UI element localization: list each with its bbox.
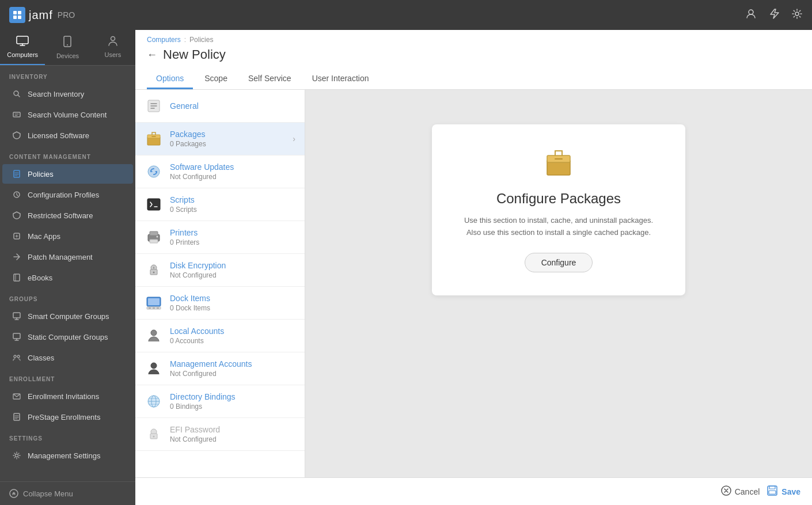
printers-icon (145, 228, 163, 246)
svg-rect-39 (149, 307, 151, 309)
sidebar-tab-computers[interactable]: Computers (0, 30, 45, 65)
save-icon (767, 485, 778, 498)
policy-item-text: General (170, 101, 295, 111)
policy-item-subtitle: 0 Packages (170, 140, 286, 148)
save-button[interactable]: Save (767, 485, 800, 498)
svg-rect-28 (147, 199, 160, 210)
policy-item-text: Directory Bindings 0 Bindings (170, 392, 295, 411)
policy-item-packages[interactable]: Packages 0 Packages › (135, 123, 305, 155)
svg-rect-30 (150, 231, 158, 236)
policy-item-subtitle: 0 Dock Items (170, 304, 295, 312)
policy-item-management-accounts[interactable]: Management Accounts Not Configured (135, 352, 305, 385)
patch-management-icon (12, 252, 22, 262)
logo: jamf PRO (9, 7, 75, 23)
policies-icon (12, 169, 22, 179)
policy-item-subtitle: 0 Bindings (170, 403, 295, 411)
sidebar-item-management-settings[interactable]: Management Settings (2, 446, 133, 465)
policy-item-local-accounts[interactable]: Local Accounts 0 Accounts (135, 320, 305, 352)
collapse-menu[interactable]: Collapse Menu (0, 481, 135, 505)
local-accounts-icon (145, 326, 163, 345)
configure-card-desc: Use this section to install, cache, and … (461, 215, 657, 239)
svg-rect-2 (13, 16, 17, 19)
mac-apps-icon (12, 231, 22, 241)
configure-card-icon (461, 147, 657, 184)
sidebar-item-policies[interactable]: Policies (2, 164, 133, 184)
topbar-right (745, 8, 803, 22)
bottom-bar: Cancel Save (135, 477, 812, 505)
sidebar-item-prestage-enrollments[interactable]: PreStage Enrollments (2, 407, 133, 427)
sidebar-item-search-inventory[interactable]: Search Inventory (2, 84, 133, 104)
sidebar-item-smart-computer-groups[interactable]: Smart Computer Groups (2, 306, 133, 326)
tabs-row: Options Scope Self Service User Interact… (147, 69, 800, 89)
sidebar-tab-devices[interactable]: Devices (45, 30, 90, 65)
sidebar-item-enrollment-invitations[interactable]: Enrollment Invitations (2, 386, 133, 406)
policy-item-text: Management Accounts Not Configured (170, 359, 295, 378)
policy-item-printers[interactable]: Printers 0 Printers (135, 221, 305, 254)
svg-rect-31 (150, 240, 158, 243)
svg-rect-41 (157, 307, 159, 309)
user-icon[interactable] (745, 8, 757, 22)
config-profiles-icon (12, 189, 22, 200)
sidebar-item-restricted-software[interactable]: Restricted Software (2, 206, 133, 225)
policy-item-disk-encryption[interactable]: Disk Encryption Not Configured (135, 254, 305, 287)
search-volume-icon (12, 109, 22, 120)
tab-user-interaction[interactable]: User Interaction (303, 69, 378, 89)
policy-item-subtitle: Not Configured (170, 370, 295, 378)
cancel-icon (721, 485, 731, 498)
classes-icon (12, 352, 22, 363)
svg-point-19 (17, 355, 20, 358)
tab-options[interactable]: Options (147, 69, 193, 89)
policy-item-title: Local Accounts (170, 326, 295, 336)
section-groups-label: GROUPS (0, 288, 135, 306)
policy-item-title: General (170, 101, 295, 111)
users-tab-label: Users (104, 51, 121, 58)
sidebar-item-search-volume[interactable]: Search Volume Content (2, 105, 133, 124)
sidebar-item-label: Smart Computer Groups (28, 312, 109, 321)
computers-tab-icon (16, 36, 29, 49)
efi-password-icon (145, 425, 163, 443)
directory-bindings-icon (145, 392, 163, 411)
inner-layout: General Packages 0 (135, 90, 812, 477)
cancel-label: Cancel (735, 487, 760, 496)
sidebar-item-mac-apps[interactable]: Mac Apps (2, 226, 133, 246)
sidebar-item-label: Enrollment Invitations (28, 392, 99, 401)
sidebar-tab-users[interactable]: Users (90, 30, 135, 65)
svg-point-18 (14, 355, 16, 358)
sidebar-item-classes[interactable]: Classes (2, 348, 133, 367)
bolt-icon[interactable] (768, 8, 780, 22)
policy-item-text: Packages 0 Packages (170, 130, 286, 148)
policy-item-software-updates[interactable]: Software Updates Not Configured (135, 155, 305, 188)
policy-item-general[interactable]: General (135, 90, 305, 123)
cancel-button[interactable]: Cancel (721, 485, 760, 498)
policy-item-title: Dock Items (170, 294, 295, 303)
sidebar-item-label: Configuration Profiles (28, 191, 99, 199)
sidebar-item-patch-management[interactable]: Patch Management (2, 247, 133, 267)
policy-item-title: EFI Password (170, 425, 295, 434)
sidebar-item-config-profiles[interactable]: Configuration Profiles (2, 185, 133, 204)
policy-item-scripts[interactable]: Scripts 0 Scripts (135, 188, 305, 221)
gear-icon[interactable] (791, 8, 803, 22)
sidebar-item-ebooks[interactable]: eBooks (2, 268, 133, 287)
sidebar-item-label: Search Volume Content (28, 111, 107, 119)
prestage-enrollments-icon (12, 412, 22, 422)
section-content-management-label: CONTENT MANAGEMENT (0, 146, 135, 164)
left-panel: General Packages 0 (135, 90, 305, 477)
policy-item-dock-items[interactable]: Dock Items 0 Dock Items (135, 287, 305, 320)
sidebar-item-static-computer-groups[interactable]: Static Computer Groups (2, 327, 133, 347)
breadcrumb-parent[interactable]: Computers (147, 36, 181, 44)
policy-item-subtitle: 0 Accounts (170, 337, 295, 345)
logo-icon (9, 7, 25, 23)
policy-item-title: Directory Bindings (170, 392, 295, 401)
sidebar-item-licensed-software[interactable]: Licensed Software (2, 126, 133, 145)
policy-item-text: Local Accounts 0 Accounts (170, 326, 295, 345)
svg-rect-1 (18, 11, 21, 14)
policy-item-directory-bindings[interactable]: Directory Bindings 0 Bindings (135, 385, 305, 418)
policy-item-efi-password[interactable]: EFI Password Not Configured (135, 418, 305, 451)
policy-item-title: Software Updates (170, 162, 295, 172)
tab-scope[interactable]: Scope (195, 69, 237, 89)
topbar-left: jamf PRO (9, 7, 75, 23)
configure-button[interactable]: Configure (525, 253, 593, 272)
tab-self-service[interactable]: Self Service (239, 69, 301, 89)
sidebar-item-label: PreStage Enrollments (28, 413, 100, 422)
back-button[interactable]: ← (147, 50, 157, 60)
